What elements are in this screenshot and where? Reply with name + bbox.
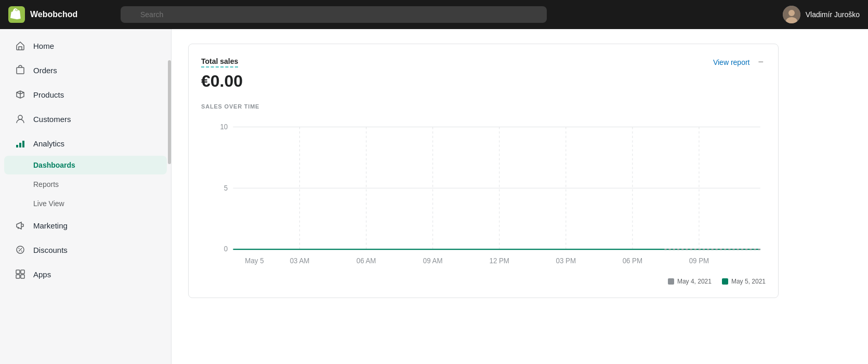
marketing-icon xyxy=(15,220,26,231)
svg-rect-6 xyxy=(17,68,24,74)
legend-item-may4: May 4, 2021 xyxy=(668,278,712,285)
sidebar-item-marketing[interactable]: Marketing xyxy=(4,213,167,237)
chart-container: 10 5 0 May 5 03 AM 06 AM 09 AM 12 PM 03 … xyxy=(201,116,766,272)
total-sales-card: Total sales View report − €0.00 SALES OV… xyxy=(188,44,779,298)
svg-rect-16 xyxy=(16,275,20,278)
svg-text:12 PM: 12 PM xyxy=(490,257,509,265)
topbar: Webobchod Vladimír Juroško xyxy=(0,0,868,29)
total-sales-label: Total sales xyxy=(201,57,238,68)
discounts-icon xyxy=(15,244,26,255)
chart-svg: 10 5 0 May 5 03 AM 06 AM 09 AM 12 PM 03 … xyxy=(201,116,766,272)
shopify-logo-icon xyxy=(8,6,25,23)
sidebar-label-dashboards: Dashboards xyxy=(33,161,75,169)
legend-item-may5: May 5, 2021 xyxy=(722,278,766,285)
svg-text:5: 5 xyxy=(224,184,228,192)
chart-title: SALES OVER TIME xyxy=(201,103,766,110)
sidebar-scroll: Home Orders Products Cu xyxy=(0,29,171,364)
search-input[interactable] xyxy=(121,6,547,23)
sidebar-scrollbar[interactable] xyxy=(168,60,171,164)
sidebar-item-reports[interactable]: Reports xyxy=(4,175,167,194)
svg-text:09 PM: 09 PM xyxy=(689,257,709,265)
analytics-icon xyxy=(15,138,26,149)
orders-icon xyxy=(15,64,26,76)
total-sales-title-area: Total sales xyxy=(201,57,238,68)
svg-point-7 xyxy=(18,115,22,119)
card-header: Total sales View report − xyxy=(201,57,766,68)
sidebar-label-orders: Orders xyxy=(33,66,57,75)
sidebar-label-reports: Reports xyxy=(33,180,59,188)
sidebar-item-home[interactable]: Home xyxy=(4,34,167,58)
svg-text:0: 0 xyxy=(224,245,228,253)
svg-point-13 xyxy=(21,251,22,252)
customers-icon xyxy=(15,113,26,125)
svg-rect-10 xyxy=(22,141,24,147)
sidebar-label-home: Home xyxy=(33,42,54,50)
legend-dot-may4 xyxy=(668,278,674,285)
view-report-link[interactable]: View report xyxy=(713,58,750,66)
sidebar-item-dashboards[interactable]: Dashboards xyxy=(4,156,167,174)
legend-label-may5: May 5, 2021 xyxy=(731,278,766,285)
sidebar-label-apps: Apps xyxy=(33,270,51,279)
legend-label-may4: May 4, 2021 xyxy=(677,278,712,285)
avatar xyxy=(783,6,800,23)
brand-name: Webobchod xyxy=(30,10,77,19)
sidebar-item-products[interactable]: Products xyxy=(4,83,167,106)
chart-legend: May 4, 2021 May 5, 2021 xyxy=(201,278,766,285)
user-name: Vladimír Juroško xyxy=(806,10,860,19)
apps-icon xyxy=(15,268,26,280)
home-icon xyxy=(15,40,26,51)
sidebar-item-live-view[interactable]: Live View xyxy=(4,194,167,213)
svg-rect-9 xyxy=(19,143,21,147)
sidebar-item-analytics[interactable]: Analytics xyxy=(4,131,167,155)
brand: Webobchod xyxy=(8,6,112,23)
sidebar-label-customers: Customers xyxy=(33,115,71,124)
svg-rect-8 xyxy=(16,145,18,147)
layout: Home Orders Products Cu xyxy=(0,29,868,364)
sidebar-label-products: Products xyxy=(33,90,64,99)
svg-text:06 AM: 06 AM xyxy=(357,257,376,265)
chart-section: SALES OVER TIME xyxy=(201,103,766,285)
svg-text:03 PM: 03 PM xyxy=(556,257,576,265)
main-content: Total sales View report − €0.00 SALES OV… xyxy=(172,29,868,364)
sidebar-item-customers[interactable]: Customers xyxy=(4,107,167,131)
svg-text:May 5: May 5 xyxy=(245,257,264,265)
svg-text:09 AM: 09 AM xyxy=(423,257,443,265)
search-area xyxy=(121,6,547,23)
total-sales-value: €0.00 xyxy=(201,72,766,91)
svg-rect-14 xyxy=(16,270,20,274)
sidebar-item-apps[interactable]: Apps xyxy=(4,262,167,286)
svg-text:06 PM: 06 PM xyxy=(623,257,642,265)
svg-rect-15 xyxy=(21,270,24,274)
sidebar-label-live-view: Live View xyxy=(33,199,64,208)
sidebar: Home Orders Products Cu xyxy=(0,29,172,364)
svg-point-12 xyxy=(19,248,20,249)
sidebar-label-marketing: Marketing xyxy=(33,221,68,230)
sidebar-sub-analytics: Dashboards Reports Live View xyxy=(0,156,171,213)
sidebar-item-discounts[interactable]: Discounts xyxy=(4,238,167,262)
svg-rect-17 xyxy=(21,275,24,278)
sidebar-item-orders[interactable]: Orders xyxy=(4,58,167,82)
svg-point-4 xyxy=(788,10,795,16)
legend-dot-may5 xyxy=(722,278,728,285)
minimize-button[interactable]: − xyxy=(758,57,764,68)
products-icon xyxy=(15,89,26,100)
svg-text:03 AM: 03 AM xyxy=(290,257,310,265)
user-area[interactable]: Vladimír Juroško xyxy=(783,6,860,23)
sidebar-label-analytics: Analytics xyxy=(33,139,64,148)
svg-text:10: 10 xyxy=(220,123,228,130)
sidebar-label-discounts: Discounts xyxy=(33,246,68,254)
